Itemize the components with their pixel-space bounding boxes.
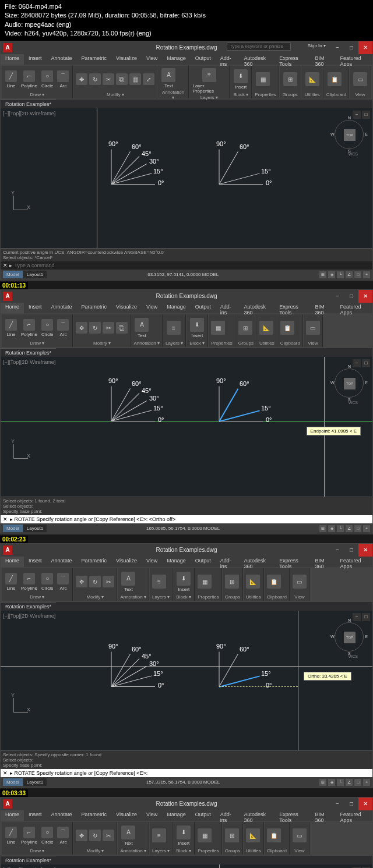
panel-layers: ≡Layer Properties Layers ▾ — [189, 66, 230, 98]
viewport[interactable]: [−][Top][2D Wireframe] −□ N S E W TOP WC… — [1, 108, 372, 248]
copy-icon[interactable]: ⿻ — [116, 73, 128, 85]
close-button[interactable]: ✕ — [358, 41, 372, 54]
move-icon[interactable]: ✥ — [76, 73, 87, 85]
ribbon: ╱Line ⌐Polyline ○Circle ⌒Arc Draw ▾ ✥ ↻ … — [1, 65, 372, 100]
tab-bim360[interactable]: BIM 360 — [310, 54, 335, 65]
polar-icon[interactable]: ∠ — [346, 271, 353, 278]
insert-button[interactable]: ⬇Insert — [233, 68, 249, 91]
viewport-2[interactable]: [−][Top][2D Wireframe] −□ NSEWTOP WCS 90… — [1, 357, 372, 497]
size-line: Size: 28408072 bytes (27.09 MiB), durati… — [5, 11, 368, 20]
ribbon-tabs: Home Insert Annotate Parametric Visualiz… — [1, 54, 372, 65]
panel-clipboard: 📋 Clipboard — [324, 66, 349, 98]
timestamp-1: 00:01:13 — [0, 282, 28, 289]
window-title: Rotation Examples.dwg — [156, 44, 217, 51]
grid-icon[interactable]: ⊞ — [319, 271, 326, 278]
wcs-label: WCS — [349, 152, 358, 156]
statusbar: Model Layout1 63.3152, 97.5141, 0.0000 M… — [1, 270, 372, 280]
tab-insert[interactable]: Insert — [24, 54, 47, 65]
tab-featured[interactable]: Featured Apps — [336, 54, 372, 65]
viewport-label[interactable]: [−][Top][2D Wireframe] — [3, 111, 55, 116]
panel-draw: ╱Line ⌐Polyline ○Circle ⌒Arc Draw ▾ — [2, 66, 73, 98]
panel-annotation: AText Annotation ▾ — [158, 66, 188, 98]
vp-min-icon[interactable]: − — [353, 111, 361, 119]
ortho-tooltip: Ortho: 33.4205 < E — [304, 672, 351, 681]
osnap-icon[interactable]: □ — [354, 271, 361, 278]
tab-a360[interactable]: Autodesk 360 — [240, 54, 275, 65]
minimize-button[interactable]: − — [330, 41, 344, 54]
app-logo[interactable]: A — [3, 43, 12, 52]
mirror-icon[interactable]: ▥ — [129, 73, 141, 85]
clipboard-button[interactable]: 📋 — [326, 71, 343, 87]
viewport-controls: −□ — [353, 111, 370, 119]
text-button[interactable]: AText — [160, 67, 177, 90]
tab-annotate[interactable]: Annotate — [47, 54, 77, 65]
titlebar: A Rotation Examples.dwg Sign In ▾ − □ ✕ — [1, 41, 372, 54]
vp-max-icon[interactable]: □ — [362, 111, 370, 119]
model-tab[interactable]: Model — [3, 271, 23, 278]
file-line: File: 0604-mp4.mp4 — [5, 2, 368, 11]
circle-button[interactable]: ○Circle — [40, 69, 54, 90]
panel-block: ⬇Insert Block ▾ — [230, 66, 252, 98]
autocad-frame-2: ARotation Examples.dwg−□✕ HomeInsertAnno… — [0, 289, 373, 534]
viewport-3[interactable]: [−][Top][2D Wireframe] −□ NSEWTOP WCS 90… — [1, 611, 372, 750]
timestamp-3: 00:03:33 — [0, 789, 28, 797]
scale-icon[interactable]: ⤢ — [143, 73, 154, 85]
panel-properties: ▦ Properties — [252, 66, 279, 98]
snap-tooltip: Endpoint: 41.0985 < E — [307, 427, 361, 435]
line-button[interactable]: ╱Line — [4, 69, 18, 90]
tracking-line — [1, 421, 372, 421]
tab-addins[interactable]: Add-ins — [216, 54, 240, 65]
polyline-button[interactable]: ⌐Polyline — [20, 69, 38, 90]
properties-button[interactable]: ▦ — [255, 71, 271, 87]
timestamp-2: 00:02:23 — [0, 536, 28, 543]
panel-groups: ⊞ Groups — [280, 66, 301, 98]
view-button[interactable]: ▭ — [352, 71, 368, 87]
arc-button[interactable]: ⌒Arc — [56, 69, 70, 90]
crosshair-v — [97, 108, 97, 248]
signin-link[interactable]: Sign In ▾ — [308, 43, 326, 48]
file-tab[interactable]: Rotation Examples* — [1, 100, 56, 108]
snap-icon[interactable]: ◈ — [328, 271, 335, 278]
video-line: Video: h264, yuv420p, 1280x720, 15.00 fp… — [5, 29, 368, 38]
tab-express[interactable]: Express Tools — [275, 54, 310, 65]
viewport-4[interactable]: [−][Top][2D Wireframe] −□ NSEWTOP WCS 90… — [1, 865, 372, 868]
tab-output[interactable]: Output — [191, 54, 216, 65]
tab-home[interactable]: Home — [1, 54, 24, 65]
audio-line: Audio: mpeg4aac (eng) — [5, 20, 368, 29]
dyn-icon[interactable]: + — [363, 271, 370, 278]
autocad-frame-4: ARotation Examples.dwg−□✕ HomeInsertAnno… — [0, 797, 373, 868]
maximize-button[interactable]: □ — [344, 41, 358, 54]
tab-visualize[interactable]: Visualize — [111, 54, 142, 65]
groups-button[interactable]: ⊞ — [282, 71, 298, 87]
panel-view: ▭ View — [350, 66, 371, 98]
media-info-header: File: 0604-mp4.mp4 Size: 28408072 bytes … — [0, 0, 373, 41]
status-toggles: ⊞◈└∠□+ — [319, 271, 370, 278]
autocad-frame-1: A Rotation Examples.dwg Sign In ▾ − □ ✕ … — [0, 41, 373, 281]
autocad-frame-3: ARotation Examples.dwg−□✕ HomeInsertAnno… — [0, 543, 373, 788]
rotate-icon[interactable]: ↻ — [89, 73, 101, 85]
command-input[interactable]: ✕ ▸ — [1, 261, 372, 270]
panel-modify: ✥ ↻ ✂ ⿻ ▥ ⤢ Modify ▾ — [73, 66, 157, 98]
tab-view[interactable]: View — [142, 54, 162, 65]
utilities-button[interactable]: 📐 — [304, 71, 321, 87]
layout-tab[interactable]: Layout1 — [23, 271, 47, 278]
coordinates: 63.3152, 97.5141, 0.0000 MODEL — [51, 272, 315, 277]
ortho-icon[interactable]: └ — [337, 271, 344, 278]
panel-utilities: 📐 Utilities — [302, 66, 323, 98]
viewcube[interactable]: N S E W TOP — [335, 120, 364, 149]
search-input[interactable] — [227, 42, 291, 51]
trim-icon[interactable]: ✂ — [103, 73, 114, 85]
command-history: Current positive angle in UCS: ANGDIR=co… — [1, 248, 372, 261]
tab-manage[interactable]: Manage — [162, 54, 191, 65]
layer-props-button[interactable]: ≡Layer Properties — [192, 67, 227, 95]
tab-parametric[interactable]: Parametric — [77, 54, 112, 65]
